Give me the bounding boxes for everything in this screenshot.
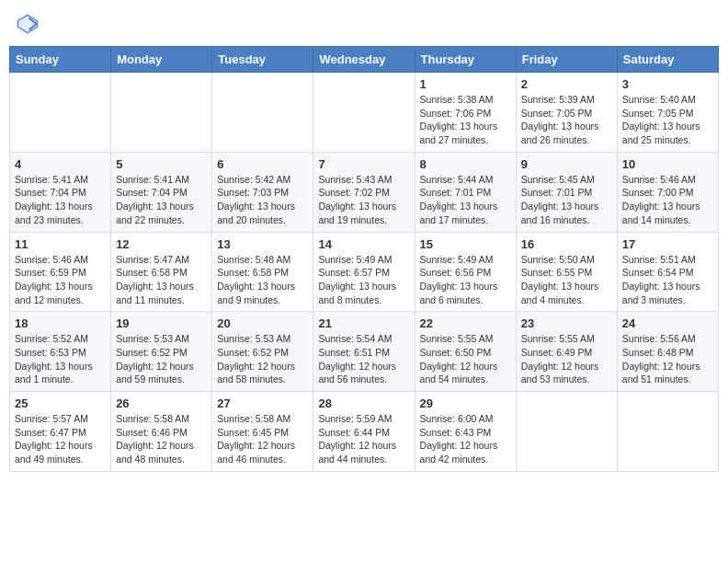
calendar-cell: 17Sunrise: 5:51 AM Sunset: 6:54 PM Dayli… <box>617 232 718 312</box>
calendar-cell: 26Sunrise: 5:58 AM Sunset: 6:46 PM Dayli… <box>111 392 212 472</box>
day-info: Sunrise: 5:59 AM Sunset: 6:44 PM Dayligh… <box>318 412 409 466</box>
day-number: 27 <box>217 396 308 410</box>
calendar-cell: 10Sunrise: 5:46 AM Sunset: 7:00 PM Dayli… <box>617 152 718 232</box>
calendar-cell: 23Sunrise: 5:55 AM Sunset: 6:49 PM Dayli… <box>516 312 617 392</box>
day-number: 3 <box>622 77 713 91</box>
calendar-cell: 29Sunrise: 6:00 AM Sunset: 6:43 PM Dayli… <box>415 392 516 472</box>
calendar-cell: 24Sunrise: 5:56 AM Sunset: 6:48 PM Dayli… <box>617 312 718 392</box>
day-info: Sunrise: 5:41 AM Sunset: 7:04 PM Dayligh… <box>15 173 106 227</box>
day-header-tuesday: Tuesday <box>212 47 313 73</box>
day-number: 26 <box>116 396 207 410</box>
calendar-cell: 14Sunrise: 5:49 AM Sunset: 6:57 PM Dayli… <box>313 232 415 312</box>
day-info: Sunrise: 5:45 AM Sunset: 7:01 PM Dayligh… <box>521 173 612 227</box>
page-header <box>9 9 719 39</box>
calendar-cell <box>313 73 415 153</box>
day-number: 19 <box>116 316 207 330</box>
day-info: Sunrise: 5:46 AM Sunset: 7:00 PM Dayligh… <box>622 173 713 227</box>
day-info: Sunrise: 5:53 AM Sunset: 6:52 PM Dayligh… <box>116 332 207 386</box>
day-header-sunday: Sunday <box>10 47 111 73</box>
day-info: Sunrise: 5:57 AM Sunset: 6:47 PM Dayligh… <box>15 412 106 466</box>
calendar-cell <box>212 73 313 153</box>
day-info: Sunrise: 5:43 AM Sunset: 7:02 PM Dayligh… <box>318 173 409 227</box>
day-number: 2 <box>521 77 612 91</box>
calendar-week-row: 11Sunrise: 5:46 AM Sunset: 6:59 PM Dayli… <box>10 232 719 312</box>
calendar-cell: 2Sunrise: 5:39 AM Sunset: 7:05 PM Daylig… <box>516 73 617 153</box>
day-number: 12 <box>116 237 207 251</box>
calendar-cell: 21Sunrise: 5:54 AM Sunset: 6:51 PM Dayli… <box>313 312 415 392</box>
calendar-cell: 9Sunrise: 5:45 AM Sunset: 7:01 PM Daylig… <box>516 152 617 232</box>
calendar-header-row: SundayMondayTuesdayWednesdayThursdayFrid… <box>10 47 719 73</box>
day-number: 17 <box>622 237 713 251</box>
day-number: 20 <box>217 316 308 330</box>
day-info: Sunrise: 5:47 AM Sunset: 6:58 PM Dayligh… <box>116 253 207 307</box>
calendar-cell: 6Sunrise: 5:42 AM Sunset: 7:03 PM Daylig… <box>212 152 313 232</box>
day-header-thursday: Thursday <box>415 47 516 73</box>
day-info: Sunrise: 5:54 AM Sunset: 6:51 PM Dayligh… <box>318 332 409 386</box>
day-number: 15 <box>420 237 511 251</box>
calendar-week-row: 4Sunrise: 5:41 AM Sunset: 7:04 PM Daylig… <box>10 152 719 232</box>
day-number: 16 <box>521 237 612 251</box>
day-number: 22 <box>420 316 511 330</box>
day-info: Sunrise: 5:58 AM Sunset: 6:45 PM Dayligh… <box>217 412 308 466</box>
day-number: 13 <box>217 237 308 251</box>
calendar-cell: 16Sunrise: 5:50 AM Sunset: 6:55 PM Dayli… <box>516 232 617 312</box>
day-info: Sunrise: 5:39 AM Sunset: 7:05 PM Dayligh… <box>521 93 612 147</box>
day-number: 23 <box>521 316 612 330</box>
calendar-week-row: 1Sunrise: 5:38 AM Sunset: 7:06 PM Daylig… <box>10 73 719 153</box>
day-number: 4 <box>15 157 106 171</box>
logo <box>13 9 46 39</box>
day-info: Sunrise: 5:49 AM Sunset: 6:57 PM Dayligh… <box>318 253 409 307</box>
calendar-cell: 13Sunrise: 5:48 AM Sunset: 6:58 PM Dayli… <box>212 232 313 312</box>
day-info: Sunrise: 5:46 AM Sunset: 6:59 PM Dayligh… <box>15 253 106 307</box>
day-number: 1 <box>420 77 511 91</box>
calendar-cell <box>516 392 617 472</box>
day-info: Sunrise: 5:58 AM Sunset: 6:46 PM Dayligh… <box>116 412 207 466</box>
calendar-cell: 20Sunrise: 5:53 AM Sunset: 6:52 PM Dayli… <box>212 312 313 392</box>
day-number: 8 <box>420 157 511 171</box>
day-info: Sunrise: 5:50 AM Sunset: 6:55 PM Dayligh… <box>521 253 612 307</box>
logo-icon <box>13 9 42 39</box>
calendar-cell: 8Sunrise: 5:44 AM Sunset: 7:01 PM Daylig… <box>415 152 516 232</box>
calendar-week-row: 18Sunrise: 5:52 AM Sunset: 6:53 PM Dayli… <box>10 312 719 392</box>
day-number: 24 <box>622 316 713 330</box>
calendar-cell: 22Sunrise: 5:55 AM Sunset: 6:50 PM Dayli… <box>415 312 516 392</box>
calendar-cell: 5Sunrise: 5:41 AM Sunset: 7:04 PM Daylig… <box>111 152 212 232</box>
day-info: Sunrise: 5:49 AM Sunset: 6:56 PM Dayligh… <box>420 253 511 307</box>
day-info: Sunrise: 5:53 AM Sunset: 6:52 PM Dayligh… <box>217 332 308 386</box>
day-header-wednesday: Wednesday <box>313 47 415 73</box>
day-info: Sunrise: 6:00 AM Sunset: 6:43 PM Dayligh… <box>420 412 511 466</box>
day-number: 7 <box>318 157 409 171</box>
calendar-cell: 18Sunrise: 5:52 AM Sunset: 6:53 PM Dayli… <box>10 312 111 392</box>
day-header-monday: Monday <box>111 47 212 73</box>
calendar-cell: 7Sunrise: 5:43 AM Sunset: 7:02 PM Daylig… <box>313 152 415 232</box>
calendar-table: SundayMondayTuesdayWednesdayThursdayFrid… <box>9 46 719 472</box>
day-header-saturday: Saturday <box>617 47 718 73</box>
calendar-week-row: 25Sunrise: 5:57 AM Sunset: 6:47 PM Dayli… <box>10 392 719 472</box>
calendar-cell: 28Sunrise: 5:59 AM Sunset: 6:44 PM Dayli… <box>313 392 415 472</box>
day-info: Sunrise: 5:51 AM Sunset: 6:54 PM Dayligh… <box>622 253 713 307</box>
day-number: 29 <box>420 396 511 410</box>
day-info: Sunrise: 5:48 AM Sunset: 6:58 PM Dayligh… <box>217 253 308 307</box>
day-info: Sunrise: 5:40 AM Sunset: 7:05 PM Dayligh… <box>622 93 713 147</box>
day-header-friday: Friday <box>516 47 617 73</box>
calendar-cell: 15Sunrise: 5:49 AM Sunset: 6:56 PM Dayli… <box>415 232 516 312</box>
day-number: 11 <box>15 237 106 251</box>
calendar-cell: 12Sunrise: 5:47 AM Sunset: 6:58 PM Dayli… <box>111 232 212 312</box>
calendar-cell <box>111 73 212 153</box>
day-number: 14 <box>318 237 409 251</box>
day-number: 21 <box>318 316 409 330</box>
calendar-cell <box>617 392 718 472</box>
day-info: Sunrise: 5:41 AM Sunset: 7:04 PM Dayligh… <box>116 173 207 227</box>
calendar-cell: 25Sunrise: 5:57 AM Sunset: 6:47 PM Dayli… <box>10 392 111 472</box>
day-info: Sunrise: 5:56 AM Sunset: 6:48 PM Dayligh… <box>622 332 713 386</box>
day-number: 9 <box>521 157 612 171</box>
day-info: Sunrise: 5:44 AM Sunset: 7:01 PM Dayligh… <box>420 173 511 227</box>
day-number: 10 <box>622 157 713 171</box>
day-number: 6 <box>217 157 308 171</box>
day-info: Sunrise: 5:55 AM Sunset: 6:49 PM Dayligh… <box>521 332 612 386</box>
day-number: 28 <box>318 396 409 410</box>
day-info: Sunrise: 5:42 AM Sunset: 7:03 PM Dayligh… <box>217 173 308 227</box>
calendar-cell: 3Sunrise: 5:40 AM Sunset: 7:05 PM Daylig… <box>617 73 718 153</box>
calendar-cell <box>10 73 111 153</box>
day-info: Sunrise: 5:38 AM Sunset: 7:06 PM Dayligh… <box>420 93 511 147</box>
